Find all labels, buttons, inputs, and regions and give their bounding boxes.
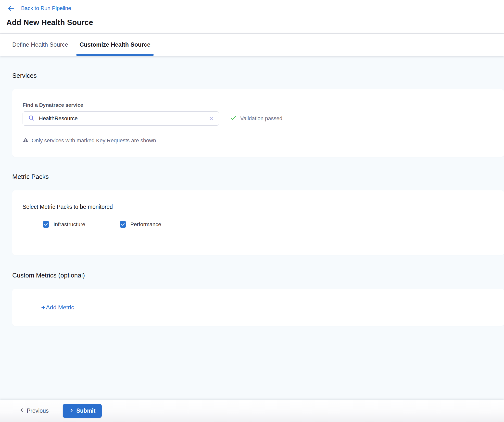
validation-status-text: Validation passed [240,115,282,122]
add-metric-label: Add Metric [46,304,74,311]
back-to-run-pipeline-link[interactable]: Back to Run Pipeline [0,4,71,13]
submit-label: Submit [76,408,95,414]
checkbox-label: Infrastructure [53,221,85,228]
add-health-source-page: Back to Run Pipeline Add New Health Sour… [0,0,504,422]
checked-checkbox-icon[interactable] [43,221,49,228]
previous-button[interactable]: Previous [19,408,49,414]
clear-search-icon[interactable] [209,116,214,121]
check-icon [230,115,237,122]
services-warning: Only services with marked Key Requests a… [23,137,494,144]
find-service-label: Find a Dynatrace service [23,102,494,108]
chevron-left-icon [19,408,24,414]
footer-bar: Previous Submit [0,400,504,422]
checkbox-infrastructure[interactable]: Infrastructure [43,221,85,228]
validation-status: Validation passed [230,115,282,122]
search-icon [28,115,35,122]
select-metric-packs-label: Select Metric Packs to be monitored [23,204,494,210]
checkbox-performance[interactable]: Performance [120,221,161,228]
health-source-tabbar: Define Health Source Customize Health So… [0,34,504,56]
services-heading: Services [12,72,504,79]
metric-packs-card: Select Metric Packs to be monitored Infr… [12,190,504,255]
chevron-right-icon [69,408,74,414]
back-arrow-icon [7,5,15,12]
previous-label: Previous [27,408,49,414]
submit-button[interactable]: Submit [63,404,102,418]
custom-metrics-card: + Add Metric [12,289,504,326]
services-card: Find a Dynatrace service [12,89,504,157]
add-metric-button[interactable]: + Add Metric [41,304,74,311]
services-warning-text: Only services with marked Key Requests a… [32,137,156,144]
service-search-input[interactable] [39,115,209,122]
tab-define-health-source[interactable]: Define Health Source [9,34,71,56]
custom-metrics-heading: Custom Metrics (optional) [12,272,504,279]
back-link-label: Back to Run Pipeline [21,5,71,12]
metric-packs-heading: Metric Packs [12,173,504,181]
service-search-row: Validation passed [23,111,494,126]
warning-triangle-icon [23,137,29,144]
content-area: Services Find a Dynatrace service [0,56,504,400]
service-search-box [23,111,219,126]
checked-checkbox-icon[interactable] [120,221,126,228]
plus-icon: + [41,304,46,311]
page-header: Back to Run Pipeline Add New Health Sour… [0,0,504,34]
checkbox-label: Performance [130,221,161,228]
page-title: Add New Health Source [6,18,504,27]
metric-pack-options: Infrastructure Performance [23,221,494,228]
tab-customize-health-source[interactable]: Customize Health Source [76,34,153,56]
